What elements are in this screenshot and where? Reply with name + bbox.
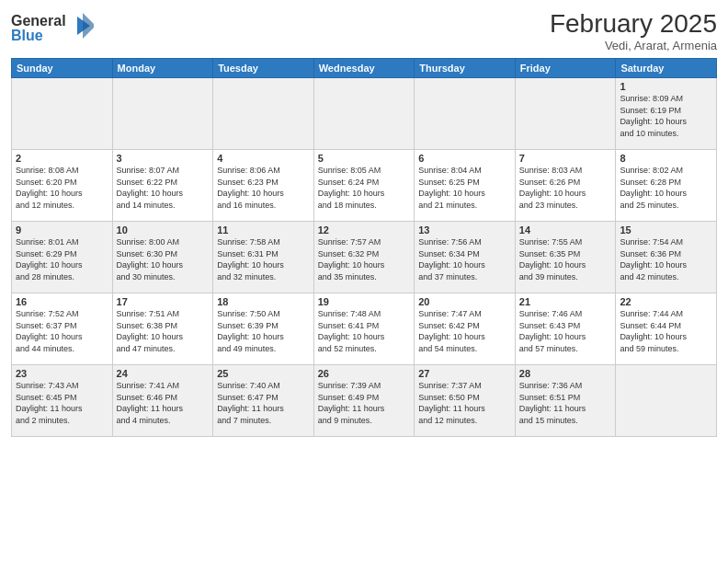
day-number: 15: [620, 224, 712, 236]
day-info: Sunrise: 7:44 AM Sunset: 6:44 PM Dayligh…: [620, 308, 712, 354]
calendar-cell: [415, 78, 516, 150]
day-info: Sunrise: 7:39 AM Sunset: 6:49 PM Dayligh…: [318, 380, 411, 426]
day-number: 24: [117, 368, 210, 379]
day-info: Sunrise: 8:07 AM Sunset: 6:22 PM Dayligh…: [117, 165, 210, 211]
day-number: 23: [16, 368, 108, 379]
location-subtitle: Vedi, Ararat, Armenia: [550, 39, 717, 52]
calendar-cell: 12Sunrise: 7:57 AM Sunset: 6:32 PM Dayli…: [313, 222, 415, 293]
day-number: 12: [318, 224, 411, 236]
logo: General Blue: [11, 9, 94, 50]
calendar-cell: [12, 78, 113, 150]
calendar-cell: 5Sunrise: 8:05 AM Sunset: 6:24 PM Daylig…: [313, 150, 415, 222]
calendar-cell: 11Sunrise: 7:58 AM Sunset: 6:31 PM Dayli…: [213, 222, 314, 293]
calendar-cell: 17Sunrise: 7:51 AM Sunset: 6:38 PM Dayli…: [112, 293, 213, 365]
day-info: Sunrise: 7:43 AM Sunset: 6:45 PM Dayligh…: [16, 380, 108, 426]
calendar-cell: 18Sunrise: 7:50 AM Sunset: 6:39 PM Dayli…: [213, 293, 314, 365]
calendar-cell: 24Sunrise: 7:41 AM Sunset: 6:46 PM Dayli…: [112, 365, 213, 437]
calendar-header-row: Sunday Monday Tuesday Wednesday Thursday…: [12, 59, 717, 78]
calendar-cell: 15Sunrise: 7:54 AM Sunset: 6:36 PM Dayli…: [616, 222, 717, 293]
day-number: 2: [16, 153, 108, 164]
day-info: Sunrise: 8:05 AM Sunset: 6:24 PM Dayligh…: [318, 165, 411, 211]
calendar-cell: [616, 365, 717, 437]
day-number: 19: [318, 296, 411, 307]
day-number: 16: [16, 296, 108, 307]
calendar-cell: 3Sunrise: 8:07 AM Sunset: 6:22 PM Daylig…: [112, 150, 213, 222]
calendar-cell: 2Sunrise: 8:08 AM Sunset: 6:20 PM Daylig…: [12, 150, 113, 222]
day-info: Sunrise: 8:01 AM Sunset: 6:29 PM Dayligh…: [16, 236, 108, 282]
calendar-cell: 25Sunrise: 7:40 AM Sunset: 6:47 PM Dayli…: [213, 365, 314, 437]
day-number: 13: [418, 224, 511, 236]
calendar-cell: [112, 78, 213, 150]
day-number: 1: [620, 81, 712, 92]
day-number: 5: [318, 153, 411, 164]
calendar-cell: [515, 78, 616, 150]
calendar-cell: 19Sunrise: 7:48 AM Sunset: 6:41 PM Dayli…: [313, 293, 415, 365]
day-number: 20: [418, 296, 511, 307]
day-info: Sunrise: 7:54 AM Sunset: 6:36 PM Dayligh…: [620, 236, 712, 282]
calendar-week-row: 1Sunrise: 8:09 AM Sunset: 6:19 PM Daylig…: [12, 78, 717, 150]
day-info: Sunrise: 7:58 AM Sunset: 6:31 PM Dayligh…: [217, 236, 310, 282]
calendar-cell: 28Sunrise: 7:36 AM Sunset: 6:51 PM Dayli…: [515, 365, 616, 437]
day-number: 6: [418, 153, 511, 164]
day-info: Sunrise: 8:08 AM Sunset: 6:20 PM Dayligh…: [16, 165, 108, 211]
calendar-cell: 22Sunrise: 7:44 AM Sunset: 6:44 PM Dayli…: [616, 293, 717, 365]
svg-marker-3: [83, 13, 94, 39]
calendar-cell: 14Sunrise: 7:55 AM Sunset: 6:35 PM Dayli…: [515, 222, 616, 293]
day-info: Sunrise: 7:37 AM Sunset: 6:50 PM Dayligh…: [418, 380, 511, 426]
day-info: Sunrise: 7:50 AM Sunset: 6:39 PM Dayligh…: [217, 308, 310, 354]
day-info: Sunrise: 8:00 AM Sunset: 6:30 PM Dayligh…: [117, 236, 210, 282]
day-info: Sunrise: 7:56 AM Sunset: 6:34 PM Dayligh…: [418, 236, 511, 282]
day-number: 27: [418, 368, 511, 379]
col-saturday: Saturday: [616, 59, 717, 78]
header: General Blue February 2025 Vedi, Ararat,…: [11, 9, 717, 52]
day-number: 7: [519, 153, 612, 164]
day-number: 4: [217, 153, 310, 164]
calendar-week-row: 2Sunrise: 8:08 AM Sunset: 6:20 PM Daylig…: [12, 150, 717, 222]
day-info: Sunrise: 7:52 AM Sunset: 6:37 PM Dayligh…: [16, 308, 108, 354]
day-info: Sunrise: 7:48 AM Sunset: 6:41 PM Dayligh…: [318, 308, 411, 354]
svg-text:Blue: Blue: [11, 28, 43, 43]
day-info: Sunrise: 8:02 AM Sunset: 6:28 PM Dayligh…: [620, 165, 712, 211]
calendar-cell: 27Sunrise: 7:37 AM Sunset: 6:50 PM Dayli…: [415, 365, 516, 437]
calendar-cell: 8Sunrise: 8:02 AM Sunset: 6:28 PM Daylig…: [616, 150, 717, 222]
day-number: 9: [16, 224, 108, 236]
logo-text: General Blue: [11, 9, 94, 50]
day-number: 11: [217, 224, 310, 236]
day-number: 14: [519, 224, 612, 236]
col-sunday: Sunday: [12, 59, 113, 78]
calendar-cell: 16Sunrise: 7:52 AM Sunset: 6:37 PM Dayli…: [12, 293, 113, 365]
day-number: 8: [620, 153, 712, 164]
day-info: Sunrise: 7:57 AM Sunset: 6:32 PM Dayligh…: [318, 236, 411, 282]
day-info: Sunrise: 7:41 AM Sunset: 6:46 PM Dayligh…: [117, 380, 210, 426]
calendar-table: Sunday Monday Tuesday Wednesday Thursday…: [11, 58, 717, 437]
calendar-cell: 6Sunrise: 8:04 AM Sunset: 6:25 PM Daylig…: [415, 150, 516, 222]
calendar-cell: 7Sunrise: 8:03 AM Sunset: 6:26 PM Daylig…: [515, 150, 616, 222]
day-number: 17: [117, 296, 210, 307]
day-info: Sunrise: 8:06 AM Sunset: 6:23 PM Dayligh…: [217, 165, 310, 211]
calendar-cell: 9Sunrise: 8:01 AM Sunset: 6:29 PM Daylig…: [12, 222, 113, 293]
svg-text:General: General: [11, 13, 66, 29]
calendar-cell: 23Sunrise: 7:43 AM Sunset: 6:45 PM Dayli…: [12, 365, 113, 437]
calendar-week-row: 23Sunrise: 7:43 AM Sunset: 6:45 PM Dayli…: [12, 365, 717, 437]
day-number: 21: [519, 296, 612, 307]
col-tuesday: Tuesday: [213, 59, 314, 78]
day-number: 22: [620, 296, 712, 307]
calendar-week-row: 16Sunrise: 7:52 AM Sunset: 6:37 PM Dayli…: [12, 293, 717, 365]
day-info: Sunrise: 8:03 AM Sunset: 6:26 PM Dayligh…: [519, 165, 612, 211]
day-number: 26: [318, 368, 411, 379]
day-number: 18: [217, 296, 310, 307]
month-year-title: February 2025: [550, 9, 717, 39]
day-info: Sunrise: 7:47 AM Sunset: 6:42 PM Dayligh…: [418, 308, 511, 354]
col-wednesday: Wednesday: [313, 59, 415, 78]
calendar-week-row: 9Sunrise: 8:01 AM Sunset: 6:29 PM Daylig…: [12, 222, 717, 293]
calendar-cell: [313, 78, 415, 150]
day-number: 10: [117, 224, 210, 236]
day-info: Sunrise: 7:51 AM Sunset: 6:38 PM Dayligh…: [117, 308, 210, 354]
calendar-cell: [213, 78, 314, 150]
day-info: Sunrise: 7:36 AM Sunset: 6:51 PM Dayligh…: [519, 380, 612, 426]
day-info: Sunrise: 8:04 AM Sunset: 6:25 PM Dayligh…: [418, 165, 511, 211]
day-number: 28: [519, 368, 612, 379]
col-friday: Friday: [515, 59, 616, 78]
day-number: 25: [217, 368, 310, 379]
calendar-cell: 13Sunrise: 7:56 AM Sunset: 6:34 PM Dayli…: [415, 222, 516, 293]
